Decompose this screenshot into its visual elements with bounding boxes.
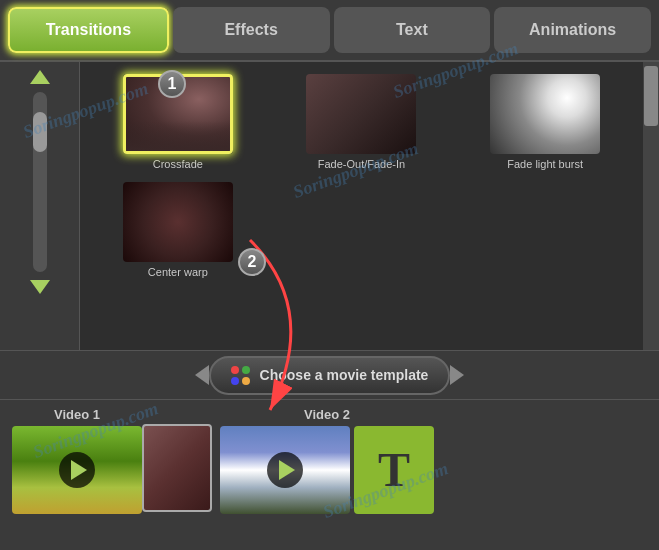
scroll-up-arrow[interactable] bbox=[30, 70, 50, 84]
video-1-play-button[interactable] bbox=[59, 452, 95, 488]
transitions-grid: Crossfade Fade-Out/Fade-In Fade light bu… bbox=[80, 62, 643, 350]
transition-label-crossfade: Crossfade bbox=[153, 158, 203, 170]
play-triangle-icon bbox=[71, 460, 87, 480]
template-button-label: Choose a movie template bbox=[260, 367, 429, 383]
transition-label-centerwarp: Center warp bbox=[148, 266, 208, 278]
dot-yellow bbox=[242, 377, 250, 385]
badge-1: 1 bbox=[158, 70, 186, 98]
scroll-down-arrow[interactable] bbox=[30, 280, 50, 294]
tab-transitions[interactable]: Transitions bbox=[8, 7, 169, 53]
transition-thumb-fadeoutfadein bbox=[306, 74, 416, 154]
dot-blue bbox=[231, 377, 239, 385]
timeline-content: Video 1 Video 2 bbox=[0, 400, 659, 520]
main-content-area: Crossfade Fade-Out/Fade-In Fade light bu… bbox=[0, 62, 659, 350]
transition-label-fadelightburst: Fade light burst bbox=[507, 158, 583, 170]
video-1-thumbnail[interactable] bbox=[12, 426, 142, 514]
dots-icon bbox=[231, 366, 250, 385]
t-clip: T bbox=[354, 426, 434, 514]
tab-animations[interactable]: Animations bbox=[494, 7, 651, 53]
transition-fadelightburst[interactable]: Fade light burst bbox=[459, 74, 631, 170]
transition-thumb-fadelightburst bbox=[490, 74, 600, 154]
video-2-label: Video 2 bbox=[304, 407, 350, 422]
transition-label-fadeoutfadein: Fade-Out/Fade-In bbox=[318, 158, 405, 170]
video-2-thumbnail[interactable] bbox=[220, 426, 350, 514]
dot-red bbox=[231, 366, 239, 374]
badge-2: 2 bbox=[238, 248, 266, 276]
arrow-left-icon bbox=[195, 365, 209, 385]
video-2-column: Video 2 T bbox=[220, 407, 434, 514]
t-letter-icon: T bbox=[378, 442, 410, 497]
transition-thumb-centerwarp bbox=[123, 182, 233, 262]
choose-template-button[interactable]: Choose a movie template bbox=[209, 356, 451, 395]
dot-green bbox=[242, 366, 250, 374]
left-sidebar bbox=[0, 62, 80, 350]
video-1-column: Video 1 bbox=[12, 407, 142, 514]
transition-fadeoutfadein[interactable]: Fade-Out/Fade-In bbox=[276, 74, 448, 170]
video-1-label: Video 1 bbox=[54, 407, 100, 422]
right-scrollbar-thumb[interactable] bbox=[644, 66, 658, 126]
timeline-area: Video 1 Video 2 bbox=[0, 400, 659, 550]
template-bar: Choose a movie template bbox=[0, 350, 659, 400]
scrollbar-thumb[interactable] bbox=[33, 112, 47, 152]
right-scrollbar bbox=[643, 62, 659, 350]
arrow-right-icon bbox=[450, 365, 464, 385]
tab-bar: Transitions Effects Text Animations bbox=[0, 0, 659, 62]
scrollbar-track bbox=[33, 92, 47, 272]
tab-effects[interactable]: Effects bbox=[173, 7, 330, 53]
play-triangle-icon-2 bbox=[279, 460, 295, 480]
tab-text[interactable]: Text bbox=[334, 7, 491, 53]
video-2-play-button[interactable] bbox=[267, 452, 303, 488]
transition-drop-zone[interactable] bbox=[142, 424, 212, 512]
